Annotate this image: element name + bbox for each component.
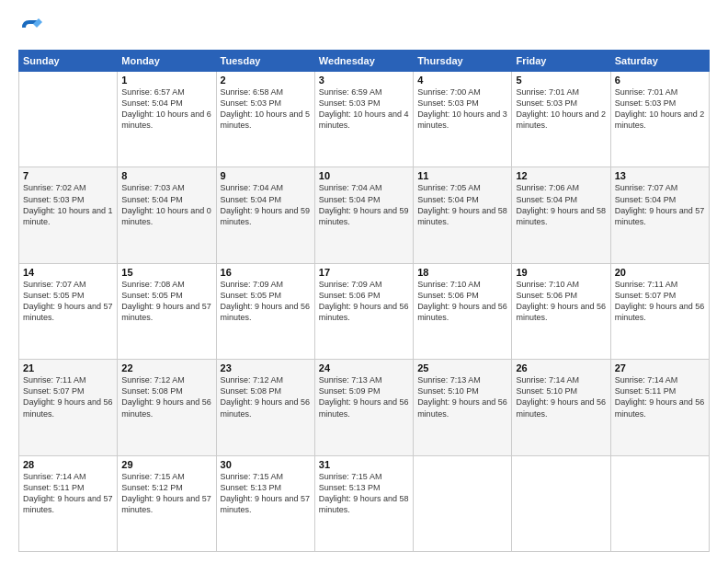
calendar-cell: 11Sunrise: 7:05 AM Sunset: 5:04 PM Dayli…	[414, 167, 512, 263]
day-info: Sunrise: 6:58 AM Sunset: 5:03 PM Dayligh…	[221, 86, 311, 132]
calendar-cell: 16Sunrise: 7:09 AM Sunset: 5:05 PM Dayli…	[216, 263, 314, 359]
day-number: 16	[221, 267, 311, 278]
day-info: Sunrise: 7:12 AM Sunset: 5:08 PM Dayligh…	[121, 374, 211, 419]
day-number: 6	[615, 75, 705, 86]
day-info: Sunrise: 7:04 AM Sunset: 5:04 PM Dayligh…	[319, 182, 409, 227]
day-header-saturday: Saturday	[610, 51, 709, 72]
calendar-cell: 23Sunrise: 7:12 AM Sunset: 5:08 PM Dayli…	[216, 360, 314, 455]
calendar-cell: 15Sunrise: 7:08 AM Sunset: 5:05 PM Dayli…	[118, 263, 216, 359]
calendar-cell: 10Sunrise: 7:04 AM Sunset: 5:04 PM Dayli…	[314, 167, 413, 263]
calendar-cell: 22Sunrise: 7:12 AM Sunset: 5:08 PM Dayli…	[118, 360, 216, 455]
calendar-cell: 13Sunrise: 7:07 AM Sunset: 5:04 PM Dayli…	[610, 167, 709, 263]
day-number: 20	[615, 267, 705, 278]
day-info: Sunrise: 7:09 AM Sunset: 5:05 PM Dayligh…	[221, 279, 311, 324]
calendar-page: SundayMondayTuesdayWednesdayThursdayFrid…	[0, 0, 728, 563]
day-info: Sunrise: 7:00 AM Sunset: 5:03 PM Dayligh…	[417, 86, 507, 132]
calendar-cell: 24Sunrise: 7:13 AM Sunset: 5:09 PM Dayli…	[314, 360, 413, 455]
calendar-cell: 4Sunrise: 7:00 AM Sunset: 5:03 PM Daylig…	[414, 72, 512, 167]
day-info: Sunrise: 7:13 AM Sunset: 5:09 PM Dayligh…	[319, 374, 409, 419]
day-info: Sunrise: 7:07 AM Sunset: 5:05 PM Dayligh…	[23, 279, 113, 324]
calendar-cell: 20Sunrise: 7:11 AM Sunset: 5:07 PM Dayli…	[610, 263, 709, 359]
calendar-cell: 5Sunrise: 7:01 AM Sunset: 5:03 PM Daylig…	[512, 72, 610, 167]
calendar-week-row: 21Sunrise: 7:11 AM Sunset: 5:07 PM Dayli…	[19, 360, 710, 455]
day-number: 31	[319, 459, 409, 470]
calendar-cell: 14Sunrise: 7:07 AM Sunset: 5:05 PM Dayli…	[19, 263, 118, 359]
day-info: Sunrise: 7:05 AM Sunset: 5:04 PM Dayligh…	[417, 182, 507, 227]
calendar-cell: 17Sunrise: 7:09 AM Sunset: 5:06 PM Dayli…	[314, 263, 413, 359]
day-header-thursday: Thursday	[414, 51, 512, 72]
calendar-cell: 25Sunrise: 7:13 AM Sunset: 5:10 PM Dayli…	[414, 360, 512, 455]
calendar-cell: 6Sunrise: 7:01 AM Sunset: 5:03 PM Daylig…	[610, 72, 709, 167]
calendar-cell: 19Sunrise: 7:10 AM Sunset: 5:06 PM Dayli…	[512, 263, 610, 359]
calendar-cell	[414, 455, 512, 551]
day-number: 19	[516, 267, 606, 278]
calendar-header-row: SundayMondayTuesdayWednesdayThursdayFrid…	[19, 51, 710, 72]
calendar-cell: 21Sunrise: 7:11 AM Sunset: 5:07 PM Dayli…	[19, 360, 118, 455]
calendar-cell: 30Sunrise: 7:15 AM Sunset: 5:13 PM Dayli…	[216, 455, 314, 551]
calendar-cell: 8Sunrise: 7:03 AM Sunset: 5:04 PM Daylig…	[118, 167, 216, 263]
day-info: Sunrise: 7:04 AM Sunset: 5:04 PM Dayligh…	[221, 182, 311, 227]
calendar-cell: 2Sunrise: 6:58 AM Sunset: 5:03 PM Daylig…	[216, 72, 314, 167]
day-info: Sunrise: 7:06 AM Sunset: 5:04 PM Dayligh…	[516, 182, 606, 227]
calendar-cell: 9Sunrise: 7:04 AM Sunset: 5:04 PM Daylig…	[216, 167, 314, 263]
day-number: 7	[23, 170, 113, 181]
day-number: 5	[516, 75, 606, 86]
day-info: Sunrise: 7:01 AM Sunset: 5:03 PM Dayligh…	[615, 86, 705, 132]
calendar-cell: 12Sunrise: 7:06 AM Sunset: 5:04 PM Dayli…	[512, 167, 610, 263]
calendar-cell: 26Sunrise: 7:14 AM Sunset: 5:10 PM Dayli…	[512, 360, 610, 455]
day-number: 11	[417, 170, 507, 181]
day-info: Sunrise: 7:14 AM Sunset: 5:11 PM Dayligh…	[23, 471, 113, 516]
day-header-wednesday: Wednesday	[314, 51, 413, 72]
day-number: 2	[221, 75, 311, 86]
day-info: Sunrise: 7:14 AM Sunset: 5:11 PM Dayligh…	[615, 374, 705, 419]
day-info: Sunrise: 7:15 AM Sunset: 5:13 PM Dayligh…	[221, 471, 311, 516]
day-header-monday: Monday	[118, 51, 216, 72]
header	[18, 15, 710, 40]
day-info: Sunrise: 7:13 AM Sunset: 5:10 PM Dayligh…	[417, 374, 507, 419]
calendar-cell: 18Sunrise: 7:10 AM Sunset: 5:06 PM Dayli…	[414, 263, 512, 359]
day-info: Sunrise: 7:07 AM Sunset: 5:04 PM Dayligh…	[615, 182, 705, 227]
calendar-cell: 27Sunrise: 7:14 AM Sunset: 5:11 PM Dayli…	[610, 360, 709, 455]
day-number: 24	[319, 362, 409, 373]
day-info: Sunrise: 7:08 AM Sunset: 5:05 PM Dayligh…	[121, 279, 211, 324]
calendar-cell: 3Sunrise: 6:59 AM Sunset: 5:03 PM Daylig…	[314, 72, 413, 167]
day-number: 4	[417, 75, 507, 86]
day-info: Sunrise: 7:09 AM Sunset: 5:06 PM Dayligh…	[319, 279, 409, 324]
calendar-cell	[19, 72, 118, 167]
day-number: 29	[121, 459, 211, 470]
calendar-week-row: 1Sunrise: 6:57 AM Sunset: 5:04 PM Daylig…	[19, 72, 710, 167]
calendar-table: SundayMondayTuesdayWednesdayThursdayFrid…	[18, 50, 710, 552]
day-number: 27	[615, 362, 705, 373]
day-number: 26	[516, 362, 606, 373]
logo	[18, 15, 48, 40]
day-info: Sunrise: 7:11 AM Sunset: 5:07 PM Dayligh…	[615, 279, 705, 324]
day-number: 1	[121, 75, 211, 86]
calendar-week-row: 14Sunrise: 7:07 AM Sunset: 5:05 PM Dayli…	[19, 263, 710, 359]
day-info: Sunrise: 7:01 AM Sunset: 5:03 PM Dayligh…	[516, 86, 606, 132]
day-info: Sunrise: 7:03 AM Sunset: 5:04 PM Dayligh…	[121, 182, 211, 227]
calendar-week-row: 28Sunrise: 7:14 AM Sunset: 5:11 PM Dayli…	[19, 455, 710, 551]
calendar-cell: 1Sunrise: 6:57 AM Sunset: 5:04 PM Daylig…	[118, 72, 216, 167]
day-info: Sunrise: 7:11 AM Sunset: 5:07 PM Dayligh…	[23, 374, 113, 419]
day-header-tuesday: Tuesday	[216, 51, 314, 72]
calendar-cell: 7Sunrise: 7:02 AM Sunset: 5:03 PM Daylig…	[19, 167, 118, 263]
calendar-cell: 28Sunrise: 7:14 AM Sunset: 5:11 PM Dayli…	[19, 455, 118, 551]
day-number: 14	[23, 267, 113, 278]
calendar-cell: 29Sunrise: 7:15 AM Sunset: 5:12 PM Dayli…	[118, 455, 216, 551]
day-header-sunday: Sunday	[19, 51, 118, 72]
day-number: 21	[23, 362, 113, 373]
day-number: 8	[121, 170, 211, 181]
day-number: 18	[417, 267, 507, 278]
day-info: Sunrise: 7:14 AM Sunset: 5:10 PM Dayligh…	[516, 374, 606, 419]
day-number: 9	[221, 170, 311, 181]
day-info: Sunrise: 7:10 AM Sunset: 5:06 PM Dayligh…	[516, 279, 606, 324]
day-info: Sunrise: 6:57 AM Sunset: 5:04 PM Dayligh…	[121, 86, 211, 132]
day-number: 17	[319, 267, 409, 278]
day-number: 28	[23, 459, 113, 470]
calendar-cell: 31Sunrise: 7:15 AM Sunset: 5:13 PM Dayli…	[314, 455, 413, 551]
day-info: Sunrise: 7:12 AM Sunset: 5:08 PM Dayligh…	[221, 374, 311, 419]
day-number: 15	[121, 267, 211, 278]
day-header-friday: Friday	[512, 51, 610, 72]
day-number: 12	[516, 170, 606, 181]
day-number: 13	[615, 170, 705, 181]
